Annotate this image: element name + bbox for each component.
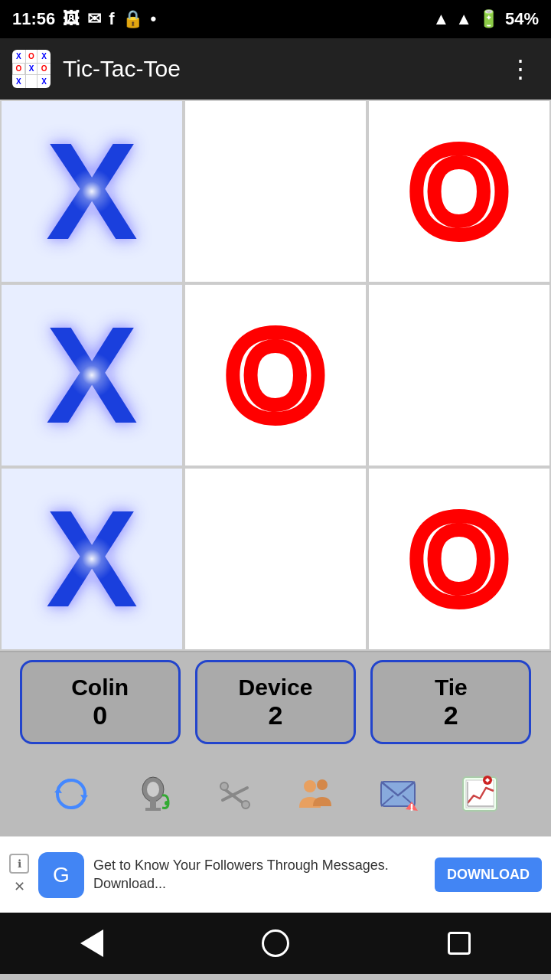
players-button[interactable] <box>289 767 343 821</box>
icon-cell-x5: X <box>37 75 51 88</box>
cell-7[interactable] <box>184 467 367 651</box>
svg-point-1 <box>147 782 159 797</box>
svg-point-8 <box>242 801 249 808</box>
ad-text: Get to Know Your Followers Through Messa… <box>93 857 425 893</box>
svg-point-7 <box>220 782 228 790</box>
bottom-toolbar <box>0 752 551 836</box>
cell-6-value: X <box>46 490 138 628</box>
notification-dot: • <box>151 9 157 29</box>
score-box-device: Device 2 <box>195 660 356 744</box>
icon-cell-empty <box>25 75 38 88</box>
cell-2-value: O <box>412 130 507 253</box>
notification-icon-3: f <box>109 9 114 29</box>
svg-point-10 <box>317 779 328 790</box>
icon-cell-x4: X <box>12 75 25 88</box>
icon-cell-o1: O <box>25 50 38 63</box>
cell-6[interactable]: X <box>0 467 184 651</box>
cell-8[interactable]: O <box>367 467 551 651</box>
cell-0-value: X <box>46 122 138 260</box>
icon-cell-x2: X <box>37 50 51 63</box>
app-icon: X O X O X O X X <box>12 50 51 88</box>
svg-point-16 <box>410 808 412 811</box>
nav-bar <box>0 913 551 974</box>
cell-3[interactable]: X <box>0 283 184 467</box>
icon-cell-x1: X <box>12 50 25 63</box>
status-left: 11:56 🖼 ✉ f 🔒 • <box>12 9 156 29</box>
notification-icon-1: 🖼 <box>63 9 80 29</box>
notification-icon-4: 🔒 <box>122 9 143 29</box>
time: 11:56 <box>12 9 55 29</box>
message-button[interactable] <box>371 767 425 821</box>
cell-1[interactable] <box>184 100 367 283</box>
overflow-menu-button[interactable]: ⋮ <box>502 48 539 90</box>
score-section: Colin 0 Device 2 Tie 2 <box>0 652 551 752</box>
app-bar: X O X O X O X X Tic-Tac-Toe ⋮ <box>0 38 551 100</box>
notification-icon-2: ✉ <box>87 9 101 29</box>
score-box-tie: Tie 2 <box>370 660 531 744</box>
svg-point-4 <box>165 801 169 805</box>
cell-3-value: X <box>46 306 138 444</box>
back-button[interactable] <box>69 920 115 966</box>
home-icon <box>262 929 289 957</box>
svg-point-9 <box>304 780 316 792</box>
status-bar: 11:56 🖼 ✉ f 🔒 • ▲ ▲ 🔋 54% <box>0 0 551 38</box>
cell-5[interactable] <box>367 283 551 467</box>
ad-info-icon: ℹ <box>9 854 29 874</box>
ad-app-icon: G <box>38 852 84 898</box>
score-name-device: Device <box>239 675 313 701</box>
battery-icon: 🔋 <box>478 9 499 29</box>
settings-button[interactable] <box>208 767 262 821</box>
sound-button[interactable] <box>126 767 180 821</box>
ad-banner: ℹ ✕ G Get to Know Your Followers Through… <box>0 836 551 913</box>
cell-8-value: O <box>412 498 507 620</box>
recents-icon <box>448 932 471 955</box>
svg-rect-3 <box>145 808 161 811</box>
cell-2[interactable]: O <box>367 100 551 283</box>
icon-cell-x3: X <box>25 63 38 76</box>
chart-button[interactable] <box>453 767 507 821</box>
icon-cell-o3: O <box>37 63 51 76</box>
score-value-colin: 0 <box>93 701 107 730</box>
app-title: Tic-Tac-Toe <box>63 56 502 82</box>
cell-4-value: O <box>228 314 323 436</box>
refresh-button[interactable] <box>44 767 98 821</box>
battery-percent: 54% <box>505 9 539 29</box>
signal-icon: ▲ <box>455 9 472 29</box>
recents-button[interactable] <box>436 920 482 966</box>
ad-download-button[interactable]: DOWNLOAD <box>435 858 542 892</box>
score-value-tie: 2 <box>444 701 458 730</box>
back-icon <box>80 929 103 957</box>
icon-cell-o2: O <box>12 63 25 76</box>
status-right: ▲ ▲ 🔋 54% <box>432 9 539 29</box>
score-name-tie: Tie <box>435 675 468 701</box>
cell-4[interactable]: O <box>184 283 367 467</box>
cell-0[interactable]: X <box>0 100 184 283</box>
game-board: X O X O X O <box>0 100 551 652</box>
ad-close-button[interactable]: ✕ <box>9 877 29 897</box>
score-name-colin: Colin <box>71 675 129 701</box>
wifi-icon: ▲ <box>432 9 449 29</box>
score-box-colin: Colin 0 <box>20 660 181 744</box>
home-button[interactable] <box>253 920 298 966</box>
score-value-device: 2 <box>269 701 283 730</box>
